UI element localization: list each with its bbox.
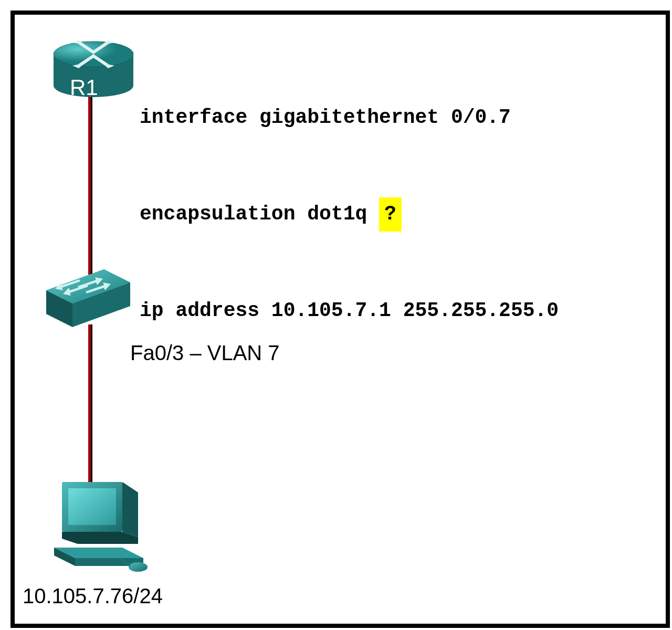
svg-rect-21 [68, 488, 116, 525]
router-label: R1 [70, 75, 98, 100]
config-line-encapsulation: encapsulation dot1q ? [140, 197, 559, 232]
config-line-ipaddress: ip address 10.105.7.1 255.255.255.0 [140, 295, 559, 327]
link-switch-pc [88, 324, 92, 482]
link-router-switch [88, 93, 92, 275]
svg-marker-22 [122, 482, 138, 537]
switch-icon [44, 267, 133, 330]
pc-ip-label: 10.105.7.76/24 [23, 584, 163, 608]
svg-marker-23 [62, 532, 138, 544]
pc-icon [46, 477, 151, 576]
svg-point-28 [129, 562, 148, 572]
encap-prefix: encapsulation dot1q [140, 203, 379, 225]
switch-port-label: Fa0/3 – VLAN 7 [130, 341, 280, 365]
encap-unknown-highlight: ? [379, 197, 402, 232]
config-line-interface: interface gigabitethernet 0/0.7 [140, 102, 559, 134]
network-diagram-frame: R1 interface gigabitethernet 0/0.7 encap… [10, 10, 670, 628]
cli-config-block: interface gigabitethernet 0/0.7 encapsul… [140, 38, 559, 391]
